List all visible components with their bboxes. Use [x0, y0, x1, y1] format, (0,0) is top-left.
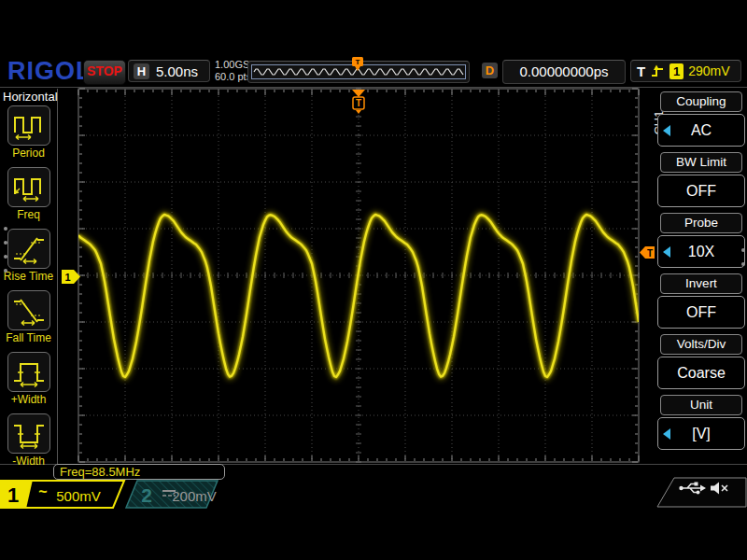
- invert-value[interactable]: OFF: [657, 296, 745, 329]
- volts-div-header: Volts/Div: [660, 334, 742, 355]
- trigger-label: T: [637, 63, 645, 79]
- brand-logo: RIGOL: [7, 57, 92, 86]
- menu-bw-limit[interactable]: BW Limit OFF: [657, 152, 745, 207]
- page-dot: [4, 227, 7, 231]
- run-state-button[interactable]: STOP: [83, 60, 126, 85]
- freq-label: Freq: [17, 208, 40, 221]
- menu-item-rise-time: Rise Time: [0, 227, 57, 288]
- menu-page-dot: [741, 248, 745, 252]
- probe-value[interactable]: 10X: [657, 235, 745, 268]
- menu-unit[interactable]: Unit [V]: [657, 395, 745, 450]
- channel1-scale: 500mV: [56, 488, 101, 504]
- menu-item-period: Period: [0, 104, 57, 165]
- channel1-number: 1: [7, 483, 19, 507]
- bw-limit-value-text: OFF: [686, 183, 716, 199]
- coupling-header: Coupling: [660, 91, 742, 112]
- channel2-scale: 200mV: [172, 488, 217, 504]
- trigger-level-letter: T: [647, 248, 653, 259]
- top-status-bar: RIGOL STOP H 5.00ns 1.00GSa/s 60.0 pts T…: [0, 56, 747, 88]
- timebase-box[interactable]: H 5.00ns: [128, 60, 210, 82]
- fall-time-icon: [12, 294, 46, 328]
- rise-time-button[interactable]: [7, 229, 50, 269]
- softkey-menu: Coupling AC BW Limit OFF Probe 10X Inver…: [657, 91, 745, 455]
- period-icon: [12, 109, 46, 143]
- channel1-ground-marker[interactable]: 1: [62, 270, 80, 284]
- speaker-muted-icon: [710, 481, 729, 496]
- coupling-value-text: AC: [691, 122, 712, 138]
- trigger-position-indicator[interactable]: T: [352, 57, 363, 72]
- menu-probe[interactable]: Probe 10X: [657, 213, 745, 268]
- trigger-position-indicator-letter: T: [356, 58, 360, 66]
- fall-time-label: Fall Time: [6, 331, 51, 344]
- channel1-coupling-icon: ~: [38, 483, 47, 499]
- minus-width-icon: [12, 417, 46, 451]
- probe-header: Probe: [660, 213, 742, 233]
- timebase-value: 5.00ns: [156, 63, 198, 79]
- channel2-number: 2: [141, 484, 152, 506]
- delay-value[interactable]: 0.00000000ps: [502, 60, 626, 84]
- top-divider: [0, 87, 747, 88]
- menu-page-dot: [741, 262, 745, 266]
- unit-value-text: [V]: [692, 426, 711, 441]
- trigger-position-marker[interactable]: T: [352, 90, 365, 114]
- bw-limit-value[interactable]: OFF: [657, 175, 745, 207]
- menu-page-dots: [4, 227, 7, 283]
- channel1-badge[interactable]: 1 ~ 500mV: [0, 480, 124, 509]
- rise-time-label: Rise Time: [4, 270, 53, 283]
- page-dot: [4, 269, 7, 273]
- minus-width-label: -Width: [12, 455, 45, 468]
- selected-indicator: [663, 125, 670, 136]
- volts-div-value-text: Coarse: [677, 365, 726, 381]
- trigger-info-box[interactable]: T 1 290mV: [630, 60, 741, 82]
- volts-div-value[interactable]: Coarse: [657, 357, 745, 389]
- menu-invert[interactable]: Invert OFF: [657, 273, 745, 329]
- delay-label: D: [482, 63, 498, 78]
- period-label: Period: [12, 147, 45, 160]
- menu-item-fall-time: Fall Time: [0, 288, 57, 350]
- channel1-marker-number: 1: [64, 272, 70, 283]
- menu-coupling[interactable]: Coupling AC: [657, 91, 745, 147]
- trigger-source-badge: 1: [669, 63, 684, 79]
- page-dot: [4, 241, 7, 245]
- trigger-level-value: 290mV: [688, 63, 729, 78]
- menu-item-minus-width: -Width: [0, 412, 57, 473]
- horizontal-measure-menu: Horizontal Period Freq: [0, 89, 58, 464]
- rising-edge-icon: [650, 63, 665, 79]
- selected-indicator: [663, 246, 670, 258]
- horizontal-label: H: [134, 63, 149, 79]
- freq-icon: [12, 171, 46, 204]
- period-button[interactable]: [7, 105, 50, 146]
- channel2-badge[interactable]: 2 200mV: [126, 481, 218, 508]
- grid-and-waveform: [78, 89, 639, 462]
- rise-time-icon: [12, 232, 46, 266]
- fall-time-button[interactable]: [7, 290, 50, 330]
- menu-item-freq: Freq: [0, 165, 57, 227]
- selected-indicator: [663, 428, 670, 440]
- trigger-position-letter: T: [356, 98, 361, 108]
- invert-header: Invert: [660, 273, 742, 294]
- trigger-level-marker[interactable]: T: [640, 246, 655, 259]
- plus-width-label: +Width: [11, 393, 47, 406]
- invert-value-text: OFF: [686, 304, 716, 320]
- left-menu-title: Horizontal: [0, 89, 57, 104]
- freq-button[interactable]: [7, 167, 50, 207]
- freq-readout: Freq=88.5MHz: [53, 464, 225, 480]
- probe-value-text: 10X: [688, 244, 714, 259]
- plus-width-button[interactable]: [7, 352, 50, 392]
- channel-status-bar: 1 ~ 500mV 2 200mV: [0, 480, 233, 509]
- unit-header: Unit: [660, 395, 742, 415]
- coupling-value[interactable]: AC: [657, 114, 745, 147]
- usb-icon: [678, 480, 708, 497]
- page-dot: [4, 255, 7, 259]
- unit-value[interactable]: [V]: [657, 417, 745, 450]
- bw-limit-header: BW Limit: [660, 152, 742, 173]
- menu-item-plus-width: +Width: [0, 350, 57, 412]
- minus-width-button[interactable]: [7, 413, 50, 454]
- plus-width-icon: [12, 356, 46, 389]
- channel1-menu: CH1 Coupling AC BW Limit OFF Probe 10X I…: [655, 89, 747, 464]
- menu-volts-div[interactable]: Volts/Div Coarse: [657, 334, 745, 389]
